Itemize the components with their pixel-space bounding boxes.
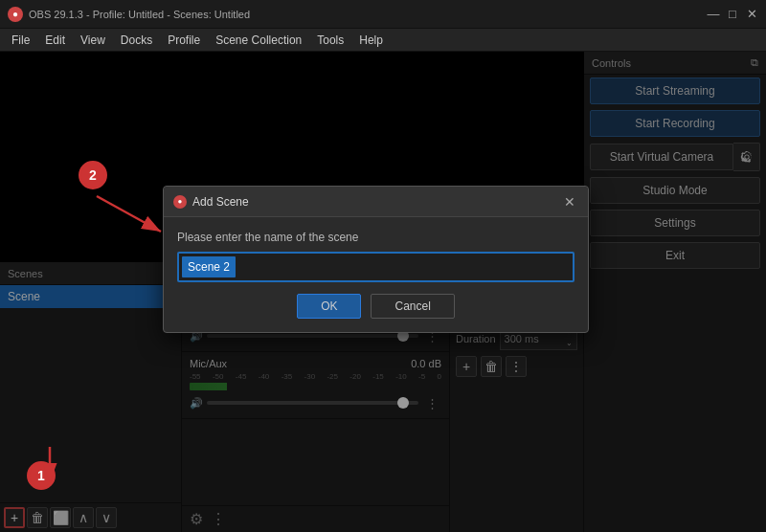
menu-tools[interactable]: Tools <box>309 32 351 49</box>
dialog-buttons: OK Cancel <box>177 294 574 322</box>
menu-view[interactable]: View <box>73 32 113 49</box>
dialog-overlay: ● Add Scene ✕ Please enter the name of t… <box>0 52 766 532</box>
titlebar-title: OBS 29.1.3 - Profile: Untitled - Scenes:… <box>29 9 250 20</box>
dialog-label: Please enter the name of the scene <box>177 231 574 244</box>
dialog-icon: ● <box>173 195 187 209</box>
window-controls: — □ ✕ <box>707 8 758 21</box>
menu-profile[interactable]: Profile <box>160 32 208 49</box>
menu-docks[interactable]: Docks <box>113 32 160 49</box>
dialog-body: Please enter the name of the scene Scene… <box>164 217 588 332</box>
menubar: File Edit View Docks Profile Scene Colle… <box>0 29 766 52</box>
titlebar: ● OBS 29.1.3 - Profile: Untitled - Scene… <box>0 0 766 29</box>
dialog-titlebar: ● Add Scene ✕ <box>164 187 588 217</box>
dialog-cancel-button[interactable]: Cancel <box>371 294 454 319</box>
minimize-button[interactable]: — <box>707 8 720 21</box>
menu-edit[interactable]: Edit <box>37 32 73 49</box>
dialog-input-wrapper[interactable]: Scene 2 <box>177 252 574 282</box>
menu-file[interactable]: File <box>4 32 37 49</box>
menu-scene-collection[interactable]: Scene Collection <box>208 32 309 49</box>
dialog-ok-button[interactable]: OK <box>297 294 361 319</box>
annotation-circle-1: 1 <box>27 461 56 490</box>
dialog-selected-text: Scene 2 <box>182 256 236 277</box>
add-scene-dialog: ● Add Scene ✕ Please enter the name of t… <box>163 186 589 333</box>
dialog-close-button[interactable]: ✕ <box>561 193 578 211</box>
app-icon: ● <box>8 7 23 22</box>
menu-help[interactable]: Help <box>351 32 391 49</box>
annotation-circle-2: 2 <box>79 161 107 189</box>
dialog-title: Add Scene <box>192 195 249 209</box>
maximize-button[interactable]: □ <box>726 8 739 21</box>
close-button[interactable]: ✕ <box>745 8 758 21</box>
